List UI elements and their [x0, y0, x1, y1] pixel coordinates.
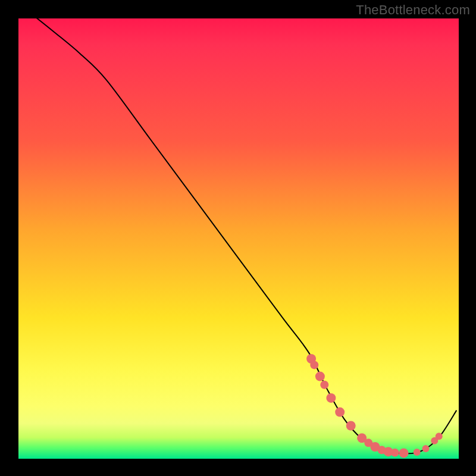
curve-svg: [18, 18, 459, 459]
highlight-dot: [391, 449, 399, 457]
highlight-dot: [326, 393, 336, 403]
chart-container: TheBottleneck.com: [0, 0, 476, 476]
highlight-dot: [399, 448, 409, 458]
highlight-dot: [346, 421, 356, 431]
highlight-dot: [315, 372, 325, 381]
highlight-dot: [422, 445, 430, 452]
highlight-dot: [310, 361, 318, 369]
bottleneck-curve-line: [32, 18, 456, 453]
highlight-dot: [320, 381, 328, 389]
plot-area: [18, 18, 459, 459]
highlight-dot: [335, 408, 345, 417]
highlight-dot: [436, 433, 443, 440]
highlight-dots-group: [306, 354, 443, 458]
highlight-dot: [414, 449, 421, 456]
watermark-text: TheBottleneck.com: [356, 2, 470, 18]
